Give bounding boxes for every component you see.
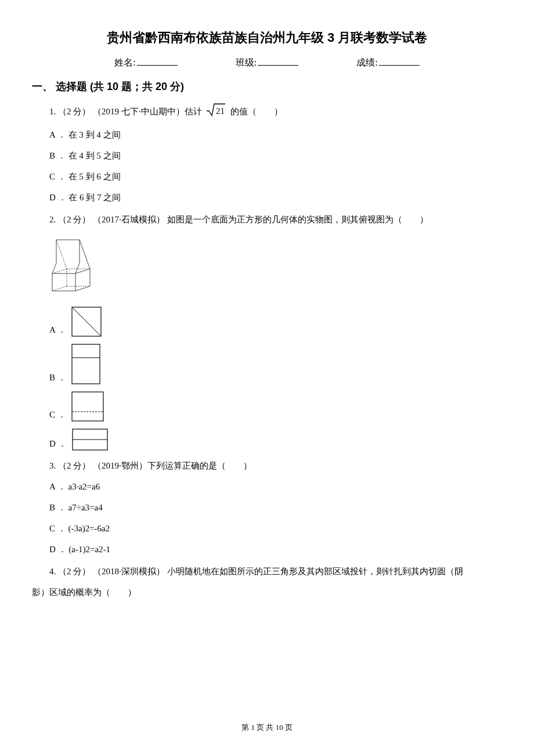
q4-line2-wrap: 影）区域的概率为（ ） [32,584,502,601]
q3-option-d: D ． (a-1)2=a2-1 [49,541,502,558]
question-2: 2. （2 分） （2017·石城模拟） 如图是一个底面为正方形的几何体的实物图… [49,211,502,228]
q4-line1: 4. （2 分） （2018·深圳模拟） 小明随机地在如图所示的正三角形及其内部… [49,567,463,576]
score-field[interactable]: 成绩: [356,57,419,69]
q2-opt-c-figure [70,390,106,423]
q3-option-b: B ． a7÷a3=a4 [49,499,502,516]
q1-option-d: D ． 在 6 到 7 之间 [49,189,502,206]
svg-line-14 [80,240,90,269]
sqrt-icon: 21 [206,103,226,123]
svg-line-6 [75,269,90,273]
section-1-header: 一、 选择题 (共 10 题；共 20 分) [32,80,502,93]
q2-option-d: D ． [49,427,502,452]
score-underline[interactable] [379,65,420,66]
q2-options: A ． B ． C ． D ． [49,305,502,452]
q3-option-a: A ． a3·a2=a6 [49,478,502,495]
page-footer: 第 1 页 共 10 页 [0,722,534,733]
q1-option-c: C ． 在 5 到 6 之间 [49,168,502,185]
question-1: 1. （2 分） （2019 七下·中山期中）估计 21 的值（ ） A ． 在… [49,103,502,206]
name-label: 姓名: [114,57,135,67]
q1-prefix: 1. （2 分） （2019 七下·中山期中）估计 [49,107,202,116]
svg-rect-18 [72,344,100,384]
q2-opt-d-figure [70,427,110,452]
svg-line-3 [52,263,56,273]
svg-line-12 [52,286,67,291]
svg-line-4 [75,263,80,273]
q2-solid-figure [49,233,502,299]
q1-option-b: B ． 在 4 到 5 之间 [49,147,502,164]
svg-rect-5 [52,273,75,291]
sqrt-value: 21 [216,106,225,116]
class-label: 班级: [236,57,257,67]
question-3: 3. （2 分） （2019·鄂州）下列运算正确的是（ ） A ． a3·a2=… [49,457,502,558]
name-field[interactable]: 姓名: [114,57,177,69]
q2-option-a: A ． [49,305,502,339]
q1-option-a: A ． 在 3 到 4 之间 [49,126,502,143]
question-4: 4. （2 分） （2018·深圳模拟） 小明随机地在如图所示的正三角形及其内部… [49,563,502,580]
svg-rect-20 [72,392,103,421]
q2-opt-a-figure [70,305,103,339]
class-underline[interactable] [258,65,298,66]
svg-line-17 [72,307,101,336]
student-info-row: 姓名: 班级: 成绩: [32,57,502,69]
svg-line-9 [52,269,67,273]
q2-option-b: B ． [49,342,502,386]
class-field[interactable]: 班级: [236,57,298,69]
score-label: 成绩: [356,57,377,67]
q1-stem: 1. （2 分） （2019 七下·中山期中）估计 21 的值（ ） [49,103,502,123]
name-underline[interactable] [137,65,178,66]
q1-suffix: 的值（ ） [230,107,283,116]
q2-option-c: C ． [49,390,502,423]
q3-stem: 3. （2 分） （2019·鄂州）下列运算正确的是（ ） [49,457,502,474]
q2-opt-b-figure [70,342,102,386]
svg-line-15 [56,240,67,269]
svg-line-7 [75,286,90,291]
q3-option-c: C ． (-3a)2=-6a2 [49,520,502,537]
q2-stem: 2. （2 分） （2017·石城模拟） 如图是一个底面为正方形的几何体的实物图… [49,211,502,228]
exam-title: 贵州省黔西南布依族苗族自治州九年级 3 月联考数学试卷 [32,29,502,46]
q4-line2: 影）区域的概率为（ ） [32,588,136,597]
